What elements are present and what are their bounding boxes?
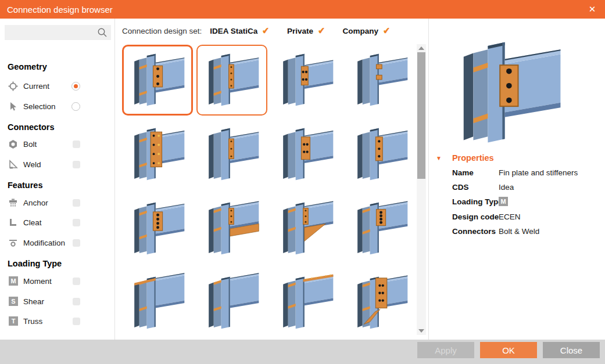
checkbox-cleat[interactable] — [73, 219, 80, 226]
connection-thumbnail-fin-plate-bolted[interactable] — [122, 193, 193, 264]
ok-button[interactable]: OK — [480, 342, 537, 358]
filter-row-shear[interactable]: S Shear — [0, 297, 114, 308]
filter-label: Moment — [23, 277, 52, 286]
search-box[interactable] — [5, 25, 111, 40]
filter-label: Cleat — [23, 218, 42, 227]
property-row-loading-type: Loading Type M — [452, 197, 603, 208]
option-label: Company — [343, 27, 379, 35]
connection-thumbnail-gusset-haunch[interactable] — [271, 193, 342, 264]
filter-label: Weld — [23, 160, 41, 169]
weld-icon — [8, 160, 18, 170]
property-label: Name — [452, 168, 474, 177]
filter-row-selection[interactable]: Selection — [0, 102, 114, 113]
checkbox-bolt[interactable] — [73, 140, 80, 148]
connection-thumbnail-end-plate[interactable] — [271, 45, 342, 116]
connection-thumbnail-braced-end-plate[interactable] — [345, 268, 416, 338]
search-input[interactable] — [8, 25, 95, 40]
scrollbar-thumb[interactable] — [417, 52, 425, 179]
connection-preview-image — [436, 33, 586, 149]
anchor-icon — [8, 198, 18, 208]
checkbox-modification[interactable] — [73, 239, 80, 247]
check-icon[interactable]: ✔ — [317, 26, 325, 37]
cleat-icon — [8, 218, 18, 228]
design-set-option-idea[interactable]: IDEA StatiCa ✔ — [210, 26, 270, 36]
filter-label: Anchor — [23, 199, 48, 207]
filter-row-modification[interactable]: Modification — [0, 238, 114, 250]
close-icon[interactable]: ✕ — [579, 0, 605, 19]
checkbox-moment[interactable] — [73, 277, 80, 285]
gallery-scrollbar[interactable] — [417, 44, 426, 335]
check-icon[interactable]: ✔ — [382, 26, 391, 37]
properties-header[interactable]: ▼ Properties — [436, 153, 494, 163]
section-title-geometry: Geometry — [8, 62, 47, 71]
connection-thumbnail-end-plate-bolted[interactable] — [345, 119, 416, 190]
scroll-up-icon[interactable] — [417, 44, 426, 52]
section-title-features: Features — [8, 181, 42, 190]
filter-row-bolt[interactable]: Bolt — [0, 139, 114, 151]
close-button[interactable]: Close — [543, 342, 600, 358]
truss-badge-icon: T — [9, 316, 18, 326]
connection-thumbnail-cleats[interactable] — [345, 45, 416, 116]
connection-gallery — [122, 45, 416, 338]
sidebar-divider — [114, 19, 115, 340]
connection-thumbnail-cover-plate[interactable] — [271, 268, 342, 338]
collapse-triangle-icon[interactable]: ▼ — [436, 155, 442, 161]
property-value: ECEN — [499, 212, 521, 221]
moment-badge-icon: M — [499, 197, 508, 206]
check-icon[interactable]: ✔ — [262, 26, 270, 37]
filter-label: Selection — [23, 102, 56, 111]
moment-badge-icon: M — [9, 276, 18, 286]
section-title-loading-type: Loading Type — [8, 259, 62, 268]
connection-thumbnail-welded[interactable] — [196, 268, 267, 338]
filter-row-truss[interactable]: T Truss — [0, 316, 114, 328]
property-row-connectors: Connectors Bolt & Weld — [452, 227, 603, 237]
design-set-option-private[interactable]: Private ✔ — [287, 26, 325, 36]
modification-icon — [8, 238, 18, 248]
filter-row-current[interactable]: Current — [0, 81, 114, 93]
properties-title: Properties — [452, 153, 494, 163]
panel-divider — [428, 19, 429, 340]
property-value: Fin plate and stiffeners — [499, 168, 578, 177]
cursor-icon — [8, 102, 18, 111]
connection-thumbnail-bolted-moment-connection[interactable] — [122, 119, 193, 190]
filter-label: Truss — [23, 317, 42, 326]
filter-row-weld[interactable]: Weld — [0, 160, 114, 171]
checkbox-weld[interactable] — [73, 161, 80, 168]
connection-design-browser-dialog: Connection design browser ✕ Geometry Cur… — [0, 0, 605, 364]
option-label: IDEA StatiCa — [210, 27, 257, 35]
property-row-design-code: Design code ECEN — [452, 212, 603, 223]
connection-thumbnail-haunch-plate[interactable] — [196, 193, 267, 264]
connection-thumbnail-fin-plate-channel[interactable] — [196, 45, 267, 116]
filter-label: Bolt — [23, 140, 37, 149]
radio-selection[interactable] — [71, 102, 80, 111]
section-title-connectors: Connectors — [8, 122, 55, 132]
apply-button[interactable]: Apply — [417, 342, 474, 358]
scroll-down-icon[interactable] — [417, 327, 426, 335]
property-label: Loading Type — [452, 197, 503, 206]
filter-row-moment[interactable]: M Moment — [0, 276, 114, 288]
property-row-name: Name Fin plate and stiffeners — [452, 168, 603, 179]
title-bar: Connection design browser ✕ — [0, 0, 605, 19]
filter-row-anchor[interactable]: Anchor — [0, 198, 114, 210]
connection-thumbnail-fin-plate-stiffener[interactable] — [345, 193, 416, 264]
checkbox-shear[interactable] — [73, 298, 80, 305]
filter-sidebar: Geometry Current Selection Connectors — [0, 19, 114, 340]
connection-thumbnail-fin-plate-and-stiffeners[interactable] — [122, 45, 193, 116]
property-label: CDS — [452, 183, 469, 192]
radio-current[interactable] — [71, 82, 80, 91]
filter-label: Modification — [23, 239, 65, 247]
option-label: Private — [287, 27, 313, 35]
target-icon — [8, 81, 18, 91]
filter-row-cleat[interactable]: Cleat — [0, 218, 114, 229]
connection-thumbnail-fin-plate[interactable] — [196, 119, 267, 190]
design-set-option-company[interactable]: Company ✔ — [343, 26, 391, 36]
checkbox-anchor[interactable] — [73, 199, 80, 207]
property-row-cds: CDS Idea — [452, 183, 603, 193]
filter-label: Shear — [23, 297, 44, 306]
footer-bar: Apply OK Close — [0, 340, 605, 364]
connection-thumbnail-welded-top[interactable] — [122, 268, 193, 338]
connection-thumbnail-extended-end-plate[interactable] — [271, 119, 342, 190]
bolt-icon — [8, 139, 18, 149]
property-value: Idea — [499, 183, 514, 192]
checkbox-truss[interactable] — [73, 318, 80, 325]
